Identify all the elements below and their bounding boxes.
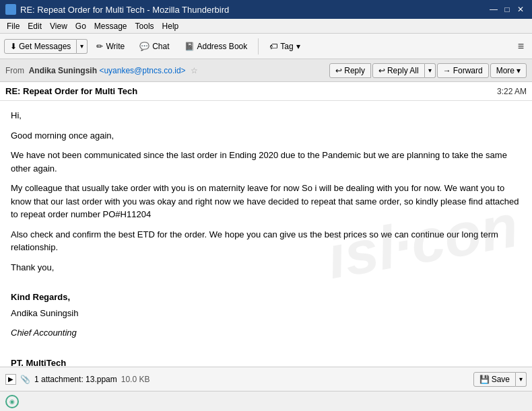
signature-title: Chief Accounting: [11, 326, 521, 340]
menu-view[interactable]: View: [46, 20, 71, 32]
email-time: 3:22 AM: [497, 87, 527, 96]
menu-edit[interactable]: Edit: [24, 20, 46, 32]
attachment-bar: ▶ 📎 1 attachment: 13.ppam 10.0 KB 💾 Save…: [0, 367, 532, 391]
more-icon: ▾: [517, 66, 521, 75]
email-from-bar: From Andika Suningsih <uyankes@ptncs.co.…: [0, 59, 532, 82]
maximize-button[interactable]: □: [501, 4, 513, 15]
tag-dropdown-icon: ▾: [296, 42, 300, 51]
toolbar-separator: [258, 38, 259, 54]
forward-button[interactable]: → Forward: [437, 63, 489, 78]
more-label: More: [496, 66, 514, 75]
write-button[interactable]: ✏ Write: [90, 39, 131, 54]
attachment-info: ▶ 📎 1 attachment: 13.ppam 10.0 KB: [5, 374, 149, 385]
email-action-buttons: ↩ Reply ↩ Reply All ▾ → Forward More ▾: [329, 63, 527, 78]
menu-tools[interactable]: Tools: [131, 20, 158, 32]
reply-group: ↩ Reply: [329, 63, 371, 78]
window-title: RE: Repeat Order for Multi Tech - Mozill…: [20, 5, 229, 15]
email-body: isl·con Hi, Good morning once again, We …: [0, 101, 532, 367]
from-email: <uyankes@ptncs.co.id>: [99, 66, 185, 75]
wifi-icon: ◉: [5, 395, 19, 408]
reply-all-label: Reply All: [387, 66, 419, 75]
reply-all-dropdown[interactable]: ▾: [425, 63, 436, 78]
attachment-paperclip-icon: 📎: [20, 375, 30, 384]
address-book-icon: 📓: [185, 42, 195, 51]
signature-name: Andika Suningsih: [11, 307, 521, 320]
address-book-button[interactable]: 📓 Address Book: [178, 39, 254, 54]
reply-all-icon: ↩: [378, 66, 385, 75]
from-label: From: [5, 66, 26, 75]
forward-label: Forward: [453, 66, 483, 75]
window-controls: — □ ✕: [488, 4, 527, 15]
attachment-size-label: 10.0 KB: [121, 375, 150, 384]
address-book-label: Address Book: [197, 42, 248, 51]
menu-bar: File Edit View Go Message Tools Help: [0, 19, 532, 34]
get-messages-dropdown[interactable]: ▾: [77, 39, 88, 54]
greeting: Hi,: [11, 109, 521, 122]
line3: My colleague that usually take order wit…: [11, 182, 521, 221]
chat-icon: 💬: [139, 42, 149, 51]
app-icon: [5, 4, 16, 15]
menu-message[interactable]: Message: [90, 20, 131, 32]
menu-file[interactable]: File: [3, 20, 24, 32]
menu-go[interactable]: Go: [71, 20, 90, 32]
signature-label: Kind Regards,: [11, 291, 521, 304]
email-subject: RE: Repeat Order for Multi Tech: [5, 86, 137, 96]
toolbar: ⬇ Get Messages ▾ ✏ Write 💬 Chat 📓 Addres…: [0, 34, 532, 59]
wifi-symbol: ◉: [9, 398, 15, 405]
line2: We have not been communicated since the …: [11, 149, 521, 175]
subject-bar: RE: Repeat Order for Multi Tech 3:22 AM: [0, 82, 532, 101]
from-email-link[interactable]: <uyankes@ptncs.co.id>: [99, 66, 185, 75]
more-button[interactable]: More ▾: [490, 63, 527, 78]
write-icon: ✏: [96, 42, 103, 51]
reply-icon: ↩: [335, 66, 342, 75]
menu-help[interactable]: Help: [158, 20, 183, 32]
get-messages-icon: ⬇: [10, 42, 17, 51]
reply-label: Reply: [344, 66, 365, 75]
minimize-button[interactable]: —: [488, 4, 500, 15]
save-icon: 💾: [479, 375, 490, 384]
reply-button[interactable]: ↩ Reply: [329, 63, 371, 78]
forward-icon: →: [443, 66, 451, 75]
line5: Thank you,: [11, 261, 521, 274]
status-bar: ◉: [0, 391, 532, 411]
close-button[interactable]: ✕: [514, 4, 527, 15]
save-button-group: 💾 Save ▾: [473, 372, 527, 387]
star-icon[interactable]: ☆: [191, 66, 198, 75]
attachment-count-label: 1 attachment: 13.ppam: [34, 375, 117, 384]
line1: Good morning once again,: [11, 129, 521, 143]
save-dropdown-button[interactable]: ▾: [516, 372, 527, 387]
toolbar-menu-button[interactable]: ≡: [514, 38, 528, 54]
save-button[interactable]: 💾 Save: [473, 372, 516, 387]
attachment-expand-button[interactable]: ▶: [5, 374, 16, 385]
title-bar: RE: Repeat Order for Multi Tech - Mozill…: [0, 0, 532, 19]
email-from-info: From Andika Suningsih <uyankes@ptncs.co.…: [5, 66, 198, 75]
get-messages-group: ⬇ Get Messages ▾: [4, 39, 88, 54]
from-name: Andika Suningsih: [29, 66, 97, 75]
reply-all-group: ↩ Reply All ▾: [372, 63, 436, 78]
get-messages-button[interactable]: ⬇ Get Messages: [4, 39, 77, 54]
write-label: Write: [106, 42, 125, 51]
get-messages-label: Get Messages: [19, 42, 71, 51]
tag-button[interactable]: 🏷 Tag ▾: [263, 39, 306, 54]
chat-button[interactable]: 💬 Chat: [133, 39, 175, 54]
line4: Also check and confirm the best ETD for …: [11, 228, 521, 254]
reply-all-button[interactable]: ↩ Reply All: [372, 63, 425, 78]
chat-label: Chat: [152, 42, 169, 51]
company-name: PT. MultiTech: [11, 357, 521, 367]
tag-label: Tag: [280, 42, 293, 51]
tag-icon: 🏷: [269, 42, 277, 51]
save-label: Save: [492, 375, 510, 384]
